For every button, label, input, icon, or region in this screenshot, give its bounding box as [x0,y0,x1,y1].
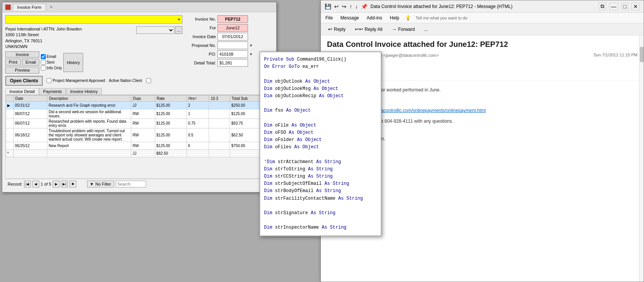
sent-checkbox-label[interactable]: Sent [41,60,62,65]
invoice-rows: ▶05/31/12Research and Fix Graph reportin… [6,101,273,157]
po-label: PO: [185,52,216,56]
address-line3: UNKNOWN [5,44,135,50]
payments-tab[interactable]: Payments [39,88,66,95]
print-button[interactable]: Print [5,59,21,66]
code-line [264,70,377,78]
cell-dvpr: RW [131,128,155,142]
project-mgmt-label[interactable]: Project Management Approved [47,78,105,83]
cell-dvpr: RW [131,119,155,128]
active-nation-checkbox[interactable] [146,78,151,83]
email-button[interactable]: Email [22,59,40,66]
forward-button[interactable]: → Forward [388,25,418,34]
invoice-detail-tab[interactable]: Invoice Detail [5,88,39,95]
open-clients-button[interactable]: Open Clients [5,76,43,86]
minimize-icon[interactable]: — [609,3,618,10]
address-ellipsis-button[interactable]: ... [175,26,182,34]
detail-total-label: Detail Total: [185,61,216,65]
proposal-dropdown-icon[interactable]: ▼ [250,44,253,47]
menu-help[interactable]: Help [388,14,401,21]
cell-hrs [187,149,209,157]
history-button[interactable]: History [63,53,83,72]
cell- [209,128,230,142]
th-hrs: Hrs= [187,95,209,101]
code-line: Dim strSubjectOfEmail As String [264,180,377,187]
row-selector [6,142,14,149]
undo-icon[interactable]: ↩ [334,3,339,10]
cell-date [14,149,47,157]
close-icon[interactable]: ✕ [631,3,640,10]
cell-dvpr: JJ [131,149,155,157]
email-checkbox[interactable] [41,54,46,59]
dropdown-arrow-icon[interactable]: ▼ [177,18,180,21]
menu-file[interactable]: File [324,14,334,21]
nav-new-button[interactable]: ✱ [69,181,76,187]
search-input[interactable] [116,181,146,187]
preview-button[interactable]: Preview [5,67,39,74]
detail-total-input[interactable] [217,59,248,67]
table-row[interactable]: 06/25/12New ReportRW$125.006$750.00 [6,142,273,149]
table-row[interactable]: 06/07/12Researched problem with reports.… [6,119,273,128]
project-mgmt-checkbox[interactable] [47,78,52,83]
scrollbar[interactable] [639,35,644,282]
for-input[interactable] [217,24,248,32]
cell-dvpr: RW [131,109,155,119]
proposal-no-input[interactable] [217,42,248,49]
th-selector [6,95,14,101]
cell-hrs: 0.75 [187,119,209,128]
po-input[interactable] [217,50,248,58]
table-row[interactable]: *JJ$82.50 [6,149,273,157]
redo-icon[interactable]: ↪ [342,3,346,10]
code-line: Dim oFile As Object [264,122,377,129]
invoice-date-input[interactable] [217,33,248,40]
cell-hrs: 2 [187,101,209,109]
invoice-label-btn[interactable]: Invoice [5,51,39,58]
invoice-table: Date Description Dvpr. Rate Hrs= 10.3 To… [6,95,273,157]
menu-message[interactable]: Message [339,14,361,21]
reply-all-button[interactable]: ↩↩ Reply All [351,25,386,34]
invoice-tab[interactable]: Invoice Form [13,4,46,11]
save-icon[interactable]: 💾 [325,3,331,10]
action-buttons-row: Invoice Print Email Preview Email [5,51,182,74]
more-button[interactable]: ... [420,25,431,34]
down-icon[interactable]: ↓ [355,3,358,10]
cell-dvpr: JJ [131,101,155,109]
no-filter-button[interactable]: ▼ No Filter [87,181,114,187]
table-row[interactable]: 06/07/12Did a second web-ex session for … [6,109,273,119]
pin-icon[interactable]: 📌 [361,3,367,10]
code-line: 'Dim strAttachment As String [264,159,377,166]
code-popup: Private Sub Command196_Click()On Error G… [259,51,382,236]
address-dropdown[interactable] [136,26,174,34]
email-checkbox-label[interactable]: Email [41,54,62,59]
cell-description: New Report [47,142,131,149]
cell-rate: $125.00 [155,101,187,109]
sent-checkbox[interactable] [41,60,46,65]
info-only-checkbox[interactable] [41,66,46,70]
invoice-history-tab[interactable]: Invoice History [66,88,102,95]
nav-first-button[interactable]: |◀ [24,181,31,187]
sender-email-text: <jjaeger@datacontrolllc.com> [383,53,439,58]
for-label: For [185,26,216,30]
active-nation-text: Active Nation Client [109,79,142,83]
invoice-no-input[interactable] [217,15,248,23]
po-dropdown-icon[interactable]: ▼ [250,53,253,56]
info-only-label[interactable]: Info Only [41,66,62,70]
code-line: Private Sub Command196_Click() [264,56,377,63]
table-row[interactable]: 06/18/12Troubleshoot problem with report… [6,128,273,142]
up-icon[interactable]: ↑ [349,3,352,10]
restore-icon[interactable]: ⧉ [599,2,606,10]
nav-last-button[interactable]: ▶| [61,181,68,187]
client-dropdown[interactable]: ▼ [5,15,182,24]
maximize-icon[interactable]: □ [621,3,628,10]
th-date: Date [14,95,47,101]
scroll-thumb[interactable] [640,47,644,62]
nav-prev-button[interactable]: ◀ [32,181,39,187]
cell-description: Did a second web-ex session for addition… [47,109,131,119]
table-row[interactable]: ▶05/31/12Research and Fix Graph reportin… [6,101,273,109]
code-line: Dim objOutlookMsg As Object [264,85,377,93]
client-name: Pepsi International \ ATTN: John Bowden [5,26,135,32]
menu-addins[interactable]: Add-ins [365,14,384,21]
tell-me-text[interactable]: Tell me what you want to do [415,16,467,20]
reply-button[interactable]: ↩ Reply [325,25,349,34]
nav-next-button[interactable]: ▶ [53,181,60,187]
tab-close-icon[interactable]: ✕ [50,5,53,9]
